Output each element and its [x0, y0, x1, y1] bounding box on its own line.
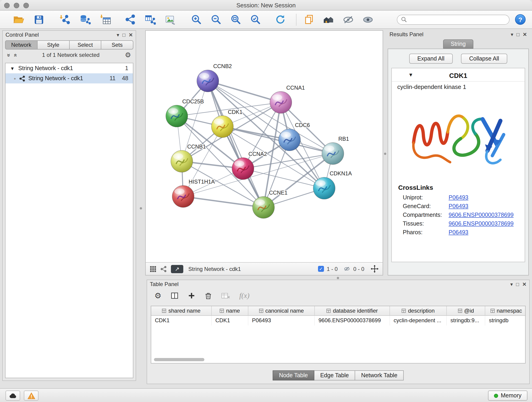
crosslink-link[interactable]: 9606.ENSP00000378699	[449, 211, 514, 218]
results-close-icon[interactable]: ✕	[523, 32, 527, 37]
tab-edge-table[interactable]: Edge Table	[314, 370, 355, 380]
show-all-button[interactable]	[361, 13, 375, 26]
help-button[interactable]: ?	[515, 14, 526, 25]
node-label-CDKN1A: CDKN1A	[330, 170, 352, 177]
hidden-eye-slash-icon[interactable]	[343, 266, 351, 272]
table-cell[interactable]: stringdb	[485, 316, 526, 325]
network-view-share-icon[interactable]	[160, 266, 167, 272]
crosslink-link[interactable]: P06493	[449, 194, 468, 201]
delete-column-button[interactable]	[205, 292, 212, 300]
grid-view-icon[interactable]	[150, 266, 156, 272]
tab-style[interactable]: Style	[38, 40, 70, 50]
search-input[interactable]	[407, 16, 505, 23]
collapse-all-networks-icon[interactable]: »	[12, 53, 19, 57]
table-row[interactable]: CDK1 CDK1 P06493 9606.ENSP00000378699 cy…	[151, 316, 525, 325]
left-splitter-handle[interactable]	[140, 207, 142, 210]
network-table-button[interactable]	[143, 13, 157, 26]
network-node-CCNA1[interactable]: CCNA1	[270, 85, 305, 114]
export-image-button[interactable]	[164, 13, 177, 26]
network-graph[interactable]: CCNB2CCNA1CDC25BCDK1CDC6RB1CCNB1CCNA2CDK…	[146, 31, 383, 262]
column-header-name[interactable]: name	[212, 306, 248, 315]
import-network-database-button[interactable]	[78, 13, 92, 26]
results-menu-icon[interactable]: ▾	[511, 32, 513, 37]
table-menu-icon[interactable]: ▾	[510, 282, 513, 287]
collapse-all-button[interactable]: Collapse All	[461, 54, 507, 64]
column-header-id[interactable]: @id	[447, 306, 485, 315]
network-list: ▼ String Network - cdk1 1 ● String Netwo…	[5, 63, 133, 378]
column-header-shared-name[interactable]: shared name	[151, 306, 212, 315]
delete-table-button[interactable]	[222, 292, 230, 300]
pan-move-icon[interactable]	[371, 265, 379, 273]
panel-menu-icon[interactable]: ▾	[117, 32, 119, 37]
tab-sets[interactable]: Sets	[101, 40, 133, 50]
panel-close-icon[interactable]: ✕	[129, 32, 133, 37]
expand-all-button[interactable]: Expand All	[409, 54, 453, 64]
control-panel: Control Panel ▾ □ ✕ Network Style Select…	[2, 30, 136, 381]
network-options-gear-icon[interactable]: ⚙	[125, 51, 131, 59]
table-cell[interactable]: cyclin-dependent ...	[390, 316, 447, 325]
network-canvas[interactable]: CCNB2CCNA1CDC25BCDK1CDC6RB1CCNB1CCNA2CDK…	[146, 31, 383, 262]
import-table-button[interactable]	[99, 13, 112, 26]
open-session-button[interactable]	[12, 13, 26, 26]
crosslink-label: Compartments:	[403, 211, 449, 218]
cloud-status-button[interactable]	[6, 390, 20, 401]
show-columns-button[interactable]	[171, 292, 179, 300]
save-session-button[interactable]	[32, 13, 46, 26]
network-node-HIST1H1A[interactable]: HIST1H1A	[172, 179, 215, 207]
column-header-database-identifier[interactable]: database identifier	[315, 306, 390, 315]
new-network-button[interactable]	[123, 13, 137, 26]
houses-button[interactable]	[322, 13, 336, 26]
import-network-file-button[interactable]	[58, 13, 71, 26]
results-float-icon[interactable]: □	[516, 32, 519, 37]
table-cell[interactable]: P06493	[248, 316, 315, 325]
memory-button[interactable]: Memory	[488, 390, 527, 401]
column-header-namespace[interactable]: namespac	[485, 306, 526, 315]
network-node-CDC25B[interactable]: CDC25B	[166, 98, 204, 127]
table-cell[interactable]: CDK1	[212, 316, 248, 325]
table-settings-button[interactable]: ⚙	[154, 291, 162, 300]
tab-string-results[interactable]: String	[443, 39, 473, 49]
refresh-network-button[interactable]	[273, 13, 287, 26]
network-table-icon	[145, 14, 156, 25]
node-table[interactable]: shared name name canonical name database…	[151, 306, 526, 364]
tab-select[interactable]: Select	[70, 40, 101, 50]
function-builder-button[interactable]: f(x)	[239, 292, 249, 300]
column-header-description[interactable]: description	[390, 306, 447, 315]
table-close-icon[interactable]: ✕	[522, 282, 526, 287]
zoom-in-button[interactable]	[189, 13, 203, 26]
hide-selected-button[interactable]	[341, 13, 355, 26]
crosslink-link[interactable]: P06493	[449, 203, 468, 209]
zoom-selected-button[interactable]	[248, 13, 262, 26]
crosslink-link[interactable]: 9606.ENSP00000378699	[449, 220, 514, 227]
crosslink-link[interactable]: P06493	[449, 229, 468, 235]
right-splitter-handle[interactable]	[384, 153, 386, 155]
warnings-button[interactable]	[24, 390, 38, 401]
add-column-button[interactable]	[188, 292, 196, 299]
network-node-CCNB2[interactable]: CCNB2	[197, 63, 232, 92]
tab-network[interactable]: Network	[5, 40, 38, 50]
network-node-RB1[interactable]: RB1	[322, 136, 349, 165]
table-cell[interactable]: stringdb:9...	[447, 316, 485, 325]
zoom-fit-button[interactable]	[229, 13, 242, 26]
network-node-CDKN1A[interactable]: CDKN1A	[313, 170, 352, 199]
houses-icon	[323, 14, 334, 25]
clipboard-document-button[interactable]	[302, 13, 316, 26]
selected-indicator-checkbox[interactable]: ✓	[318, 266, 324, 272]
panel-float-icon[interactable]: □	[122, 32, 125, 37]
network-node-CCNB1[interactable]: CCNB1	[171, 143, 206, 172]
network-collection-row[interactable]: ▼ String Network - cdk1 1	[6, 63, 133, 73]
horizontal-scrollbar[interactable]	[154, 358, 204, 361]
detach-view-button[interactable]: ↗	[171, 265, 183, 273]
table-cell[interactable]: 9606.ENSP00000378699	[315, 316, 390, 325]
tab-node-table[interactable]: Node Table	[273, 370, 314, 380]
zoom-out-button[interactable]	[209, 13, 223, 26]
tab-network-table[interactable]: Network Table	[355, 370, 404, 380]
table-cell[interactable]: CDK1	[151, 316, 212, 325]
network-node-CDK1[interactable]: CDK1	[211, 109, 242, 138]
column-header-canonical-name[interactable]: canonical name	[248, 306, 315, 315]
collection-expand-icon[interactable]: ▼	[10, 66, 15, 71]
network-row[interactable]: ● String Network - cdk1 11 48	[6, 73, 133, 83]
table-float-icon[interactable]: □	[516, 282, 519, 287]
gene-card-collapse-icon[interactable]: ▼	[408, 72, 413, 77]
bottom-splitter-handle[interactable]	[337, 277, 339, 279]
